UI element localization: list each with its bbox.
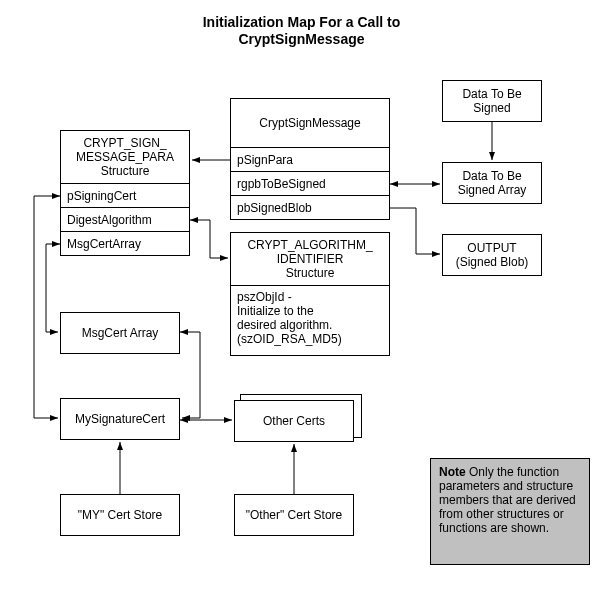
crypt-alg-header: CRYPT_ALGORITHM_ IDENTIFIER Structure — [230, 232, 390, 286]
crypt-sign-para-row-digestalgorithm: DigestAlgorithm — [60, 208, 190, 232]
title-line-1: Initialization Map For a Call to — [203, 14, 401, 30]
cryptsignmessage-row-rgpbtobesigned: rgpbToBeSigned — [230, 172, 390, 196]
cryptsignmessage-header: CryptSignMessage — [230, 98, 390, 148]
diagram-canvas: Initialization Map For a Call to CryptSi… — [0, 0, 603, 592]
note-label: Note — [439, 465, 466, 479]
crypt-sign-para-row-psigningcert: pSigningCert — [60, 184, 190, 208]
other-cert-store-box: "Other" Cert Store — [234, 494, 354, 536]
data-to-be-signed-array-box: Data To Be Signed Array — [442, 162, 542, 204]
diagram-title: Initialization Map For a Call to CryptSi… — [0, 14, 603, 48]
cryptsignmessage-row-pbsignedblob: pbSignedBlob — [230, 196, 390, 220]
cryptsignmessage-row-psignpara: pSignPara — [230, 148, 390, 172]
other-certs-box: Other Certs — [234, 400, 354, 442]
output-signed-blob-box: OUTPUT (Signed Blob) — [442, 234, 542, 276]
crypt-alg-body: pszObjId - Initialize to the desired alg… — [230, 286, 390, 356]
msgcert-array-box: MsgCert Array — [60, 312, 180, 354]
note-box: Note Only the function parameters and st… — [430, 458, 590, 565]
title-line-2: CryptSignMessage — [238, 31, 364, 47]
my-cert-store-box: "MY" Cert Store — [60, 494, 180, 536]
crypt-sign-para-header: CRYPT_SIGN_ MESSAGE_PARA Structure — [60, 130, 190, 184]
data-to-be-signed-box: Data To Be Signed — [442, 80, 542, 122]
mysignaturecert-box: MySignatureCert — [60, 398, 180, 440]
crypt-sign-para-row-msgcertarray: MsgCertArray — [60, 232, 190, 256]
